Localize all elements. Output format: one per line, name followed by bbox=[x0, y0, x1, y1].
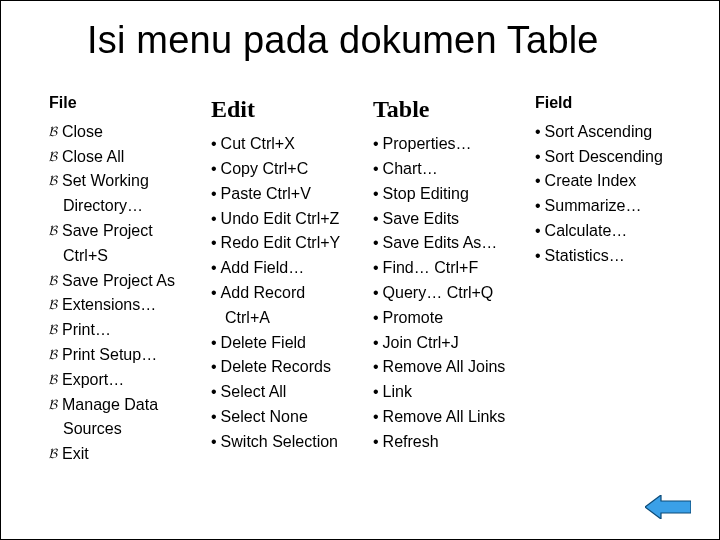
item-label: Close All bbox=[62, 145, 124, 170]
list-item: Copy Ctrl+C bbox=[211, 157, 355, 182]
back-arrow-button[interactable] bbox=[645, 495, 691, 519]
slide: Isi menu pada dokumen Table File Close C… bbox=[0, 0, 720, 540]
item-label: Add Field… bbox=[221, 256, 305, 281]
list-item: Save Edits bbox=[373, 207, 517, 232]
list-item: Refresh bbox=[373, 430, 517, 455]
item-label: Save Edits bbox=[383, 207, 459, 232]
col-file-heading: File bbox=[49, 91, 193, 116]
item-label: Find… Ctrl+F bbox=[383, 256, 479, 281]
list-item: Switch Selection bbox=[211, 430, 355, 455]
list-item: Paste Ctrl+V bbox=[211, 182, 355, 207]
list-item: Chart… bbox=[373, 157, 517, 182]
list-item: Print Setup… bbox=[49, 343, 193, 368]
item-label: Link bbox=[383, 380, 412, 405]
list-item: Set Working bbox=[49, 169, 193, 194]
item-label: Summarize… bbox=[545, 194, 642, 219]
list-item: Close bbox=[49, 120, 193, 145]
list-item: Cut Ctrl+X bbox=[211, 132, 355, 157]
list-item: Properties… bbox=[373, 132, 517, 157]
item-continuation: Ctrl+A bbox=[211, 306, 355, 331]
item-label: Refresh bbox=[383, 430, 439, 455]
item-label: Promote bbox=[383, 306, 443, 331]
list-item: Redo Edit Ctrl+Y bbox=[211, 231, 355, 256]
item-label: Save Edits As… bbox=[383, 231, 498, 256]
item-label: Delete Records bbox=[221, 355, 331, 380]
list-item: Extensions… bbox=[49, 293, 193, 318]
list-item: Delete Field bbox=[211, 331, 355, 356]
item-label: Calculate… bbox=[545, 219, 628, 244]
list-item: Query… Ctrl+Q bbox=[373, 281, 517, 306]
item-continuation: Ctrl+S bbox=[49, 244, 193, 269]
col-file: File Close Close All Set Working Directo… bbox=[49, 91, 193, 467]
list-item: Select None bbox=[211, 405, 355, 430]
item-label: Create Index bbox=[545, 169, 637, 194]
item-label: Print… bbox=[62, 318, 111, 343]
list-item: Remove All Joins bbox=[373, 355, 517, 380]
item-continuation: Sources bbox=[49, 417, 193, 442]
list-item: Create Index bbox=[535, 169, 679, 194]
list-item: Delete Records bbox=[211, 355, 355, 380]
item-label: Set Working bbox=[62, 169, 149, 194]
col-field-heading: Field bbox=[535, 91, 679, 116]
item-label: Extensions… bbox=[62, 293, 156, 318]
list-item: Add Field… bbox=[211, 256, 355, 281]
list-item: Close All bbox=[49, 145, 193, 170]
list-item: Stop Editing bbox=[373, 182, 517, 207]
item-label: Print Setup… bbox=[62, 343, 157, 368]
item-label: Paste Ctrl+V bbox=[221, 182, 311, 207]
list-item: Link bbox=[373, 380, 517, 405]
item-label: Join Ctrl+J bbox=[383, 331, 459, 356]
item-label: Redo Edit Ctrl+Y bbox=[221, 231, 341, 256]
item-label: Chart… bbox=[383, 157, 438, 182]
item-label: Remove All Links bbox=[383, 405, 506, 430]
item-label: Cut Ctrl+X bbox=[221, 132, 295, 157]
item-label: Sort Ascending bbox=[545, 120, 653, 145]
col-edit-heading: Edit bbox=[211, 91, 355, 128]
item-continuation: Directory… bbox=[49, 194, 193, 219]
item-label: Manage Data bbox=[62, 393, 158, 418]
list-item: Find… Ctrl+F bbox=[373, 256, 517, 281]
item-label: Export… bbox=[62, 368, 124, 393]
list-item: Save Edits As… bbox=[373, 231, 517, 256]
col-edit: Edit Cut Ctrl+X Copy Ctrl+C Paste Ctrl+V… bbox=[211, 91, 355, 467]
col-table-heading: Table bbox=[373, 91, 517, 128]
item-label: Query… Ctrl+Q bbox=[383, 281, 494, 306]
list-item: Exit bbox=[49, 442, 193, 467]
list-item: Calculate… bbox=[535, 219, 679, 244]
item-label: Save Project bbox=[62, 219, 153, 244]
item-label: Undo Edit Ctrl+Z bbox=[221, 207, 340, 232]
page-title: Isi menu pada dokumen Table bbox=[87, 19, 599, 62]
col-field: Field Sort Ascending Sort Descending Cre… bbox=[535, 91, 679, 467]
list-item: Manage Data bbox=[49, 393, 193, 418]
list-item: Sort Descending bbox=[535, 145, 679, 170]
col-table: Table Properties… Chart… Stop Editing Sa… bbox=[373, 91, 517, 467]
item-label: Delete Field bbox=[221, 331, 306, 356]
item-label: Statistics… bbox=[545, 244, 625, 269]
list-item: Remove All Links bbox=[373, 405, 517, 430]
item-label: Save Project As bbox=[62, 269, 175, 294]
item-label: Properties… bbox=[383, 132, 472, 157]
item-label: Stop Editing bbox=[383, 182, 469, 207]
list-item: Join Ctrl+J bbox=[373, 331, 517, 356]
item-label: Close bbox=[62, 120, 103, 145]
list-item: Export… bbox=[49, 368, 193, 393]
list-item: Add Record bbox=[211, 281, 355, 306]
item-label: Select All bbox=[221, 380, 287, 405]
item-label: Add Record bbox=[221, 281, 306, 306]
list-item: Save Project bbox=[49, 219, 193, 244]
list-item: Statistics… bbox=[535, 244, 679, 269]
list-item: Undo Edit Ctrl+Z bbox=[211, 207, 355, 232]
list-item: Summarize… bbox=[535, 194, 679, 219]
svg-marker-0 bbox=[645, 495, 691, 519]
item-label: Sort Descending bbox=[545, 145, 663, 170]
arrow-left-icon bbox=[645, 495, 691, 519]
item-label: Select None bbox=[221, 405, 308, 430]
list-item: Sort Ascending bbox=[535, 120, 679, 145]
item-label: Remove All Joins bbox=[383, 355, 506, 380]
list-item: Save Project As bbox=[49, 269, 193, 294]
list-item: Select All bbox=[211, 380, 355, 405]
item-label: Switch Selection bbox=[221, 430, 338, 455]
columns: File Close Close All Set Working Directo… bbox=[49, 91, 679, 467]
list-item: Print… bbox=[49, 318, 193, 343]
item-label: Copy Ctrl+C bbox=[221, 157, 309, 182]
